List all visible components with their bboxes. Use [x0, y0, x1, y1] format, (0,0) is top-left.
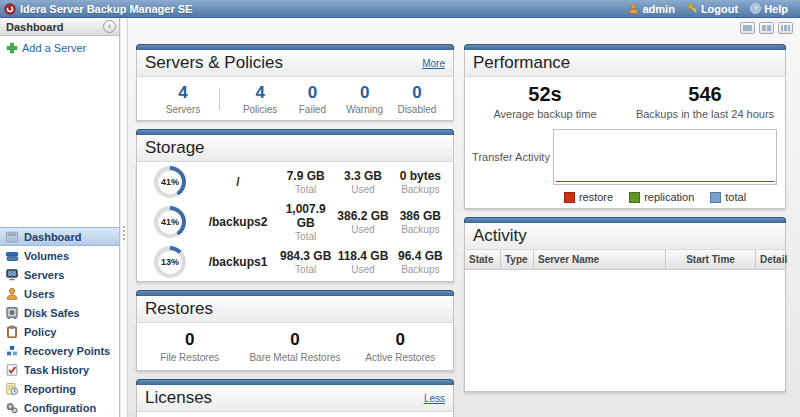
stat-value: 118.4 GB — [334, 249, 391, 263]
stat-file-restores: 0 File Restores — [137, 330, 242, 363]
stat-label: Backups — [392, 184, 449, 195]
stat-value: 4 — [147, 83, 219, 103]
sidebar-item-policy[interactable]: Policy — [0, 322, 119, 341]
servers-icon — [5, 268, 19, 282]
add-server-link[interactable]: Add a Server — [0, 36, 119, 60]
stat-disabled: 0 Disabled — [391, 83, 443, 115]
stat-failed: 0 Failed — [286, 83, 338, 115]
column-header-server-name: Server Name — [534, 250, 666, 269]
stat-label: Total — [277, 184, 334, 195]
sidebar-item-disk-safes[interactable]: Disk Safes — [0, 303, 119, 322]
storage-used: 3.3 GB Used — [334, 169, 391, 195]
donut-percent-label: 41% — [158, 210, 182, 234]
legend-label: total — [725, 191, 746, 203]
sidebar-item-label: Servers — [24, 269, 64, 281]
stat-label: Backups in the last 24 hours — [625, 108, 785, 120]
stat-label: Active Restores — [348, 352, 453, 363]
storage-backups: 96.4 GB Backups — [392, 249, 449, 275]
sidebar-item-servers[interactable]: Servers — [0, 265, 119, 284]
sidebar-item-label: Dashboard — [24, 231, 81, 243]
disk-safes-icon — [5, 306, 19, 320]
legend-total: total — [710, 191, 746, 203]
column-header-state: State — [465, 250, 501, 269]
three-column-layout-button[interactable] — [778, 22, 793, 34]
more-link[interactable]: More — [422, 58, 445, 69]
users-icon — [5, 287, 19, 301]
chart-zero-line — [556, 181, 774, 182]
stat-label: File Restores — [137, 352, 242, 363]
chart-legend: restore replication total — [465, 191, 785, 203]
user-icon — [628, 3, 639, 14]
sidebar-item-dashboard[interactable]: Dashboard — [0, 227, 119, 246]
layout-toggle-group — [740, 22, 793, 34]
sidebar-splitter[interactable] — [121, 18, 128, 417]
activity-table-body — [465, 270, 785, 391]
dashboard-icon — [5, 230, 19, 244]
sidebar-item-label: Users — [24, 288, 55, 300]
logout-button[interactable]: Logout — [687, 3, 738, 15]
donut-percent-label: 41% — [158, 170, 182, 194]
app-title: Idera Server Backup Manager SE — [20, 3, 192, 15]
volume-path: /backups2 — [199, 215, 277, 229]
stat-value: 0 — [391, 83, 443, 103]
stat-label: Used — [334, 184, 391, 195]
main-content: Servers & Policies More 4 Servers 4 Poli… — [128, 18, 800, 417]
restores-card: Restores 0 File Restores 0 Bare Metal Re… — [136, 290, 454, 371]
sidebar-panel-title: Dashboard — [6, 21, 103, 33]
splitter-grip-icon — [123, 226, 125, 242]
less-link[interactable]: Less — [424, 393, 445, 404]
stat-value: 546 — [625, 83, 785, 106]
sidebar-item-label: Configuration — [24, 402, 96, 414]
stat-label: Warning — [339, 104, 391, 115]
help-button[interactable]: ? Help — [750, 3, 788, 15]
sidebar-item-users[interactable]: Users — [0, 284, 119, 303]
task-history-icon — [5, 363, 19, 377]
sidebar-item-reporting[interactable]: Reporting — [0, 379, 119, 398]
usage-donut-chart: 41% — [154, 166, 186, 198]
stat-label: Policies — [234, 104, 286, 115]
stat-value: 0 — [339, 83, 391, 103]
stat-value: 4 — [234, 83, 286, 103]
add-icon — [6, 42, 18, 54]
sidebar-item-volumes[interactable]: Volumes — [0, 246, 119, 265]
performance-card: Performance 52s Average backup time 546 … — [464, 44, 786, 209]
titlebar: Idera Server Backup Manager SE admin Log… — [0, 0, 800, 18]
stat-label: Disabled — [391, 104, 443, 115]
sidebar-collapse-button[interactable]: ‹ — [103, 20, 116, 33]
one-column-layout-button[interactable] — [740, 22, 755, 34]
user-menu[interactable]: admin — [628, 3, 674, 15]
transfer-activity-chart — [553, 129, 777, 185]
usage-donut-chart: 41% — [154, 206, 186, 238]
stat-backups-last-24h: 546 Backups in the last 24 hours — [625, 83, 785, 129]
help-label: Help — [764, 3, 788, 15]
legend-label: restore — [579, 191, 613, 203]
volume-path: / — [199, 175, 277, 189]
storage-row: 41% / 7.9 GB Total 3.3 GB Used — [141, 162, 449, 202]
stat-label: Average backup time — [465, 108, 625, 120]
sidebar-item-label: Volumes — [24, 250, 69, 262]
legend-label: replication — [644, 191, 694, 203]
donut-percent-label: 13% — [158, 250, 182, 274]
sidebar-item-configuration[interactable]: Configuration — [0, 398, 119, 417]
storage-used: 118.4 GB Used — [334, 249, 391, 275]
sidebar-item-task-history[interactable]: Task History — [0, 360, 119, 379]
restore-swatch-icon — [564, 192, 575, 203]
stat-average-backup-time: 52s Average backup time — [465, 83, 625, 129]
two-column-layout-button[interactable] — [759, 22, 774, 34]
storage-row: 13% /backups1 984.3 GB Total 118.4 GB Us… — [141, 242, 449, 282]
stat-label: Failed — [286, 104, 338, 115]
stat-value: 52s — [465, 83, 625, 106]
stat-policies: 4 Policies — [234, 83, 286, 115]
column-header-detail: Detail — [756, 250, 791, 269]
total-swatch-icon — [710, 192, 721, 203]
servers-policies-header: Servers & Policies More — [136, 50, 454, 77]
stat-value: 984.3 GB — [277, 249, 334, 263]
volumes-icon — [5, 249, 19, 263]
sidebar-item-label: Task History — [24, 364, 89, 376]
legend-restore: restore — [564, 191, 613, 203]
stat-value: 0 — [242, 330, 347, 350]
storage-row: 41% /backups2 1,007.9 GB Total 386.2 GB … — [141, 202, 449, 242]
sidebar-item-recovery-points[interactable]: Recovery Points — [0, 341, 119, 360]
stat-label: Total — [277, 231, 334, 242]
licenses-card: Licenses Less — [136, 379, 454, 417]
